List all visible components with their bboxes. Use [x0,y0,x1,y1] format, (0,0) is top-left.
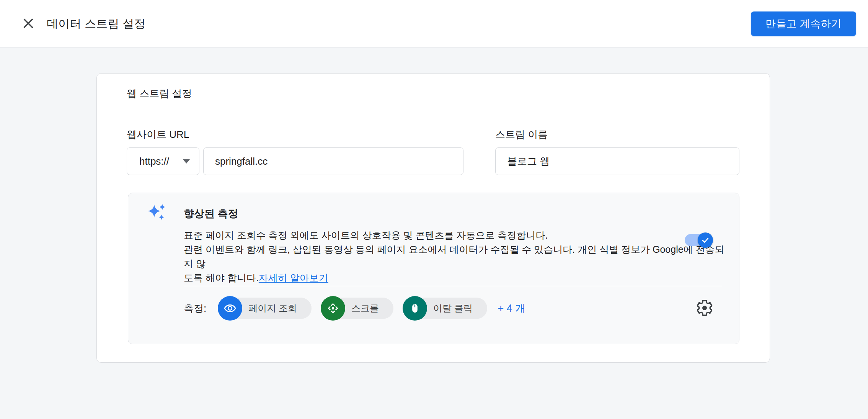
main-area: 웹 스트림 설정 웹사이트 URL 스트림 이름 https:// 향 [0,48,868,419]
measurement-chips-row: 측정: 페이지 조회 [184,293,715,323]
enhanced-measurement-description: 표준 페이지 조회수 측정 외에도 사이트의 상호작용 및 콘텐츠를 자동으로 … [184,228,727,285]
gear-icon [695,299,714,318]
scroll-icon [321,296,345,321]
measure-label: 측정: [184,302,206,315]
web-stream-card: 웹 스트림 설정 웹사이트 URL 스트림 이름 https:// 향 [96,73,770,363]
protocol-selected-value: https:// [139,155,169,167]
enhanced-measurement-settings-button[interactable] [695,298,715,318]
enhanced-measurement-toggle[interactable] [685,234,712,246]
chip-outbound-click[interactable]: 이탈 클릭 [403,296,487,321]
enhanced-measurement-panel: 향상된 측정 표준 페이지 조회수 측정 외에도 사이트의 상호작용 및 콘텐츠… [128,193,739,344]
create-and-continue-button[interactable]: 만들고 계속하기 [751,11,856,36]
description-line-1: 표준 페이지 조회수 측정 외에도 사이트의 상호작용 및 콘텐츠를 자동으로 … [184,230,548,241]
close-icon [21,16,35,31]
page-title: 데이터 스트림 설정 [47,0,146,47]
eye-icon [218,296,242,321]
stream-name-label: 스트림 이름 [495,128,548,141]
website-url-input[interactable] [203,147,463,175]
protocol-select[interactable]: https:// [127,147,199,175]
chevron-down-icon [183,159,190,164]
divider [184,286,722,286]
description-line-3: 도록 해야 합니다. [184,272,259,283]
more-events-link[interactable]: + 4 개 [498,301,526,315]
sparkle-icon [146,201,169,225]
data-stream-setup-dialog: 데이터 스트림 설정 만들고 계속하기 웹 스트림 설정 웹사이트 URL 스트… [0,0,868,419]
chips-list: 페이지 조회 [218,296,487,321]
learn-more-link[interactable]: 자세히 알아보기 [259,272,328,283]
chip-scroll[interactable]: 스크롤 [321,296,393,321]
stream-name-input[interactable] [495,147,739,175]
card-section-title: 웹 스트림 설정 [97,74,770,114]
chip-page-view[interactable]: 페이지 조회 [218,296,312,321]
toggle-thumb-checked [698,232,713,248]
close-button[interactable] [19,15,38,33]
dialog-header: 데이터 스트림 설정 만들고 계속하기 [0,0,868,47]
website-url-label: 웹사이트 URL [127,128,189,141]
enhanced-measurement-title: 향상된 측정 [184,207,238,221]
mouse-icon [403,296,427,321]
description-line-2: 관련 이벤트와 함께 링크, 삽입된 동영상 등의 페이지 요소에서 데이터가 … [184,244,724,269]
